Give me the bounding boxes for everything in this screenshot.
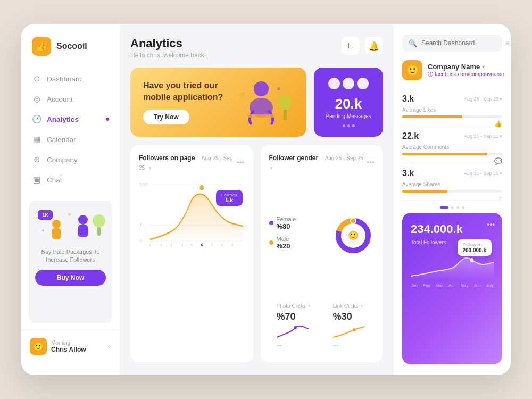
chart-title-area: Followers on page Aug 25 - Sep 25 ▾: [139, 153, 237, 172]
stat-date-chevron[interactable]: ▾: [500, 171, 502, 176]
page-dot-1[interactable]: [451, 206, 454, 209]
total-followers-value: 234.000.k: [411, 222, 494, 236]
user-arrow-icon[interactable]: ›: [109, 342, 111, 351]
filter-icon[interactable]: ≡: [505, 39, 510, 47]
company-details: Company Name ▾ ⓕ facebook.com/companynam…: [428, 63, 504, 78]
company-avatar: 🙂: [402, 60, 422, 80]
monitor-button[interactable]: 🖥: [342, 37, 360, 55]
svg-text:5.000: 5.000: [140, 182, 148, 187]
gender-more-menu[interactable]: •••: [367, 158, 375, 167]
stat-comments-header: 22.k Aug 25 - Sep 25 ▾: [402, 131, 502, 141]
messages-count: 20.k: [335, 96, 362, 112]
user-greeting: Morning: [51, 340, 104, 346]
month-feb: Feb: [423, 283, 430, 288]
search-icon: 🔍: [409, 39, 417, 47]
svg-text:3: 3: [170, 243, 172, 247]
main-content: Analytics Hello chris, welcome back! 🖥 🔔…: [120, 24, 394, 375]
svg-rect-7: [97, 227, 101, 236]
stat-likes-label: Average Likes: [402, 107, 502, 113]
svg-rect-3: [52, 228, 61, 239]
tooltip-label: Follower: [221, 193, 237, 197]
share-icon: ↗: [497, 195, 502, 202]
gender-chart-header: Follower gender Aug 25 - Sep 25 ▾ •••: [269, 153, 375, 172]
user-profile: 🙂 Morning Chris Allow ›: [21, 330, 120, 362]
svg-text:6: 6: [201, 243, 203, 247]
link-card-dots: •••: [333, 343, 367, 348]
female-info: Female %80: [277, 216, 296, 230]
male-dot: [269, 240, 273, 245]
stat-comments-label: Average Comments: [402, 144, 502, 150]
svg-point-38: [351, 218, 356, 223]
stat-comments-value: 22.k: [402, 131, 419, 141]
messages-card: 20.k Pending Messages: [314, 68, 383, 137]
sidebar-item-label: Analytics: [47, 115, 79, 123]
page-title: Analytics: [130, 37, 206, 51]
dot-2: [347, 124, 350, 127]
user-name: Chris Allow: [51, 346, 104, 353]
dot-3: [352, 124, 355, 127]
svg-text:10: 10: [140, 222, 144, 227]
svg-point-2: [52, 220, 61, 228]
photo-card-dots: •••: [277, 343, 311, 348]
link-arrow-icon: ▾: [361, 304, 363, 309]
sidebar-item-company[interactable]: ⊕ Company: [21, 149, 120, 170]
chart-more-menu[interactable]: •••: [237, 158, 245, 167]
sidebar-item-analytics[interactable]: 🕐 Analytics: [21, 109, 120, 129]
svg-point-11: [250, 98, 273, 117]
svg-point-13: [278, 95, 290, 110]
search-bar: 🔍 ≡: [402, 35, 502, 52]
svg-text:7: 7: [211, 243, 213, 247]
svg-point-10: [254, 81, 269, 96]
stat-date-chevron[interactable]: ▾: [500, 96, 502, 102]
logo-icon: 👍: [32, 37, 51, 56]
svg-text:1K: 1K: [42, 212, 48, 218]
sidebar-item-label: Calendar: [47, 136, 76, 144]
svg-text:9: 9: [231, 243, 233, 247]
title-area: Analytics Hello chris, welcome back!: [130, 37, 206, 59]
page-dot-3[interactable]: [462, 206, 464, 209]
sidebar-item-label: Chat: [47, 176, 62, 184]
company-name-row: Company Name ▾: [428, 63, 504, 71]
stat-shares-value: 3.k: [402, 169, 414, 178]
stat-comments: 22.k Aug 25 - Sep 25 ▾ Average Comments …: [402, 126, 502, 163]
company-dropdown-icon[interactable]: ▾: [482, 64, 485, 70]
svg-point-39: [294, 326, 297, 329]
sidebar-item-dashboard[interactable]: ⊙ Dashboard: [21, 69, 120, 89]
company-name: Company Name: [428, 63, 480, 71]
thumbs-up-icon: 👍: [494, 120, 502, 128]
messages-label: Pending Messages: [326, 113, 371, 119]
gender-date-chevron[interactable]: ▾: [270, 165, 273, 171]
svg-point-4: [78, 215, 88, 225]
stat-likes-value: 3.k: [402, 94, 414, 104]
svg-point-9: [42, 229, 44, 231]
page-dot-active[interactable]: [440, 206, 448, 209]
sidebar-item-calendar[interactable]: ▦ Calendar: [21, 129, 120, 149]
bubble-3: [357, 78, 369, 89]
logo: 👍 Socooil: [21, 37, 120, 69]
chart-date-chevron[interactable]: ▾: [148, 165, 151, 171]
stat-date-chevron[interactable]: ▾: [500, 134, 502, 139]
notification-button[interactable]: 🔔: [365, 37, 383, 55]
buy-now-button[interactable]: Buy Now: [35, 270, 106, 286]
sidebar: 👍 Socooil ⊙ Dashboard ◎ Account 🕐 Analyt…: [21, 24, 120, 375]
promo-widget: 1K Buy Paid Packages To Increase Followe…: [29, 201, 112, 323]
svg-text:8: 8: [221, 243, 223, 247]
account-icon: ◎: [32, 94, 41, 104]
photo-clicks-chart: [277, 322, 309, 338]
svg-point-16: [277, 87, 280, 90]
sidebar-item-account[interactable]: ◎ Account: [21, 89, 120, 109]
page-header: Analytics Hello chris, welcome back! 🖥 🔔: [130, 37, 383, 59]
link-clicks-chart: [333, 322, 365, 338]
svg-text:0: 0: [140, 238, 142, 243]
company-url: ⓕ facebook.com/companyname: [428, 71, 504, 78]
try-now-button[interactable]: Try Now: [143, 110, 189, 124]
svg-text:2: 2: [160, 243, 162, 247]
total-more-menu[interactable]: •••: [487, 220, 495, 229]
dashboard-icon: ⊙: [32, 74, 41, 84]
sidebar-item-chat[interactable]: ▣ Chat: [21, 170, 120, 190]
pagination-dots: [402, 206, 502, 209]
page-dot-2[interactable]: [456, 206, 459, 209]
search-input[interactable]: [421, 39, 501, 47]
svg-point-6: [93, 214, 105, 227]
header-actions: 🖥 🔔: [342, 37, 383, 55]
